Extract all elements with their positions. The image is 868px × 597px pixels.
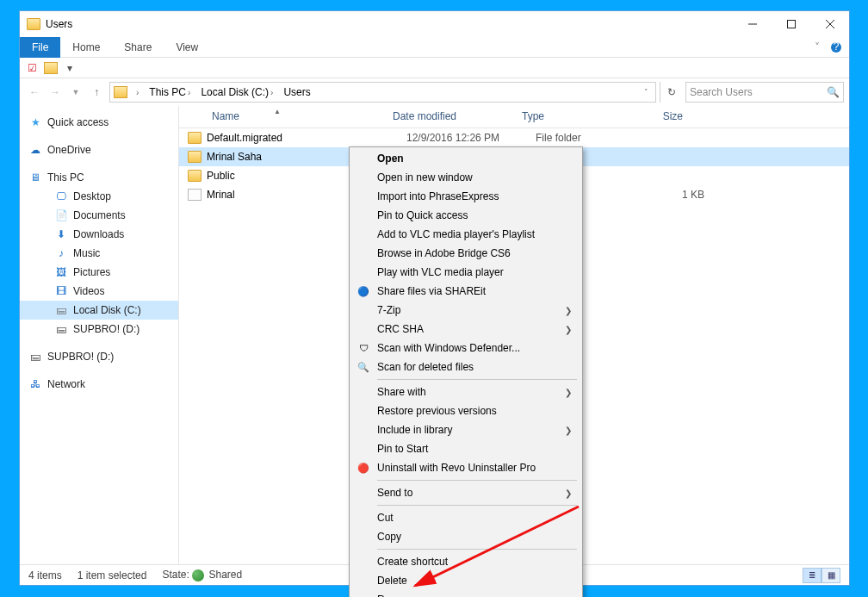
titlebar: Users [20, 11, 849, 37]
tab-view[interactable]: View [164, 37, 210, 58]
tree-music[interactable]: ♪Music [20, 244, 178, 263]
col-type[interactable]: Type [515, 106, 618, 127]
view-large-button[interactable]: ▦ [822, 568, 840, 583]
tree-pictures[interactable]: 🖼Pictures [20, 263, 178, 282]
svg-rect-1 [787, 21, 795, 28]
status-item-count: 4 items [28, 569, 62, 581]
tree-quick-access[interactable]: ★Quick access [20, 113, 178, 132]
scan-icon: 🔍 [356, 360, 370, 374]
context-menu-item[interactable]: Send to❯ [351, 483, 580, 502]
col-date[interactable]: Date modified [386, 106, 515, 127]
revo-icon: 🔴 [356, 461, 370, 475]
context-menu-item[interactable]: 🔍Scan for deleted files [351, 358, 580, 376]
context-menu: OpenOpen in new windowImport into Phrase… [349, 146, 583, 597]
context-menu-item[interactable]: 🛡Scan with Windows Defender... [351, 339, 580, 358]
tree-downloads[interactable]: ⬇Downloads [20, 225, 178, 244]
shareit-icon: 🔵 [356, 284, 370, 298]
tree-network[interactable]: 🖧Network [20, 375, 178, 394]
drive-icon: 🖴 [28, 350, 42, 364]
nav-up-button[interactable]: ↑ [87, 83, 106, 102]
context-menu-label: Scan for deleted files [377, 361, 474, 373]
context-menu-separator [377, 505, 577, 506]
context-menu-item[interactable]: Rename [351, 590, 580, 597]
nav-back-button[interactable]: ← [25, 83, 44, 102]
tree-documents[interactable]: 📄Documents [20, 206, 178, 225]
folder-icon [188, 132, 202, 144]
tree-videos[interactable]: 🎞Videos [20, 282, 178, 301]
tree-supbro-d[interactable]: 🖴SUPBRO! (D:) [20, 320, 178, 339]
tree-extra-drive[interactable]: 🖴SUPBRO! (D:) [20, 347, 178, 366]
help-button[interactable]: ? [827, 38, 846, 57]
nav-history-button[interactable]: ▼ [66, 83, 85, 102]
context-menu-item[interactable]: 🔵Share files via SHAREit [351, 282, 580, 301]
tree-this-pc[interactable]: 🖥This PC [20, 168, 178, 187]
music-icon: ♪ [54, 246, 68, 260]
nav-forward-button[interactable]: → [46, 83, 65, 102]
breadcrumb-segment[interactable]: Users [280, 83, 313, 102]
qat-customize-icon[interactable]: ▾ [63, 61, 77, 75]
folder-icon [114, 86, 127, 98]
context-menu-item[interactable]: CRC SHA❯ [351, 320, 580, 339]
chevron-right-icon: ❯ [565, 388, 572, 397]
file-size [639, 151, 718, 163]
context-menu-separator [377, 480, 577, 481]
close-button[interactable] [810, 11, 849, 37]
tree-desktop[interactable]: 🖵Desktop [20, 187, 178, 206]
context-menu-item[interactable]: Browse in Adobe Bridge CS6 [351, 244, 580, 263]
context-menu-label: Pin to Start [377, 443, 428, 455]
context-menu-item[interactable]: Include in library❯ [351, 420, 580, 439]
context-menu-label: Share with [377, 386, 426, 398]
breadcrumb-segment[interactable]: › [133, 83, 142, 102]
address-dropdown-icon[interactable]: ˅ [636, 83, 655, 102]
drive-icon: 🖴 [54, 322, 68, 336]
sort-asc-icon: ▲ [274, 108, 281, 115]
context-menu-label: Share files via SHAREit [377, 285, 486, 297]
view-details-button[interactable]: ≣ [803, 568, 822, 583]
file-row[interactable]: Default.migrated12/9/2016 12:26 PMFile f… [179, 128, 849, 147]
address-row: ← → ▼ ↑ › This PC› Local Disk (C:)› User… [20, 78, 849, 106]
context-menu-item[interactable]: Pin to Start [351, 439, 580, 458]
context-menu-item[interactable]: Import into PhraseExpress [351, 187, 580, 206]
minimize-button[interactable] [733, 11, 772, 37]
tree-local-disk[interactable]: 🖴Local Disk (C:) [20, 301, 178, 320]
context-menu-item[interactable]: Pin to Quick access [351, 206, 580, 225]
context-menu-item[interactable]: Restore previous versions [351, 401, 580, 420]
search-input[interactable]: Search Users 🔍 [685, 82, 844, 103]
col-name[interactable]: Name▲ [179, 106, 386, 127]
context-menu-item[interactable]: Open in new window [351, 168, 580, 187]
file-tab[interactable]: File [20, 37, 60, 58]
breadcrumb-segment[interactable]: Local Disk (C:)› [197, 83, 276, 102]
context-menu-item[interactable]: Create shortcut [351, 552, 580, 571]
maximize-button[interactable] [772, 11, 810, 37]
context-menu-item[interactable]: Open [351, 149, 580, 168]
context-menu-item[interactable]: Add to VLC media player's Playlist [351, 225, 580, 244]
file-date: 12/9/2016 12:26 PM [406, 132, 536, 144]
context-menu-label: Create shortcut [377, 556, 448, 568]
context-menu-item[interactable]: 7-Zip❯ [351, 301, 580, 320]
context-menu-label: Send to [377, 487, 412, 499]
drive-icon: 🖴 [54, 303, 68, 317]
context-menu-item[interactable]: Copy [351, 527, 580, 546]
context-menu-item[interactable]: Delete [351, 571, 580, 590]
context-menu-item[interactable]: 🔴Uninstall with Revo Uninstaller Pro [351, 458, 580, 477]
refresh-button[interactable]: ↻ [660, 82, 682, 103]
shared-icon [192, 569, 204, 581]
qat-properties-icon[interactable]: ☑ [25, 61, 39, 75]
breadcrumb-segment[interactable]: This PC› [146, 83, 194, 102]
svg-text:?: ? [834, 41, 840, 53]
context-menu-label: Open in new window [377, 171, 473, 183]
chevron-right-icon: › [136, 88, 139, 97]
tab-home[interactable]: Home [60, 37, 112, 58]
pc-icon: 🖥 [28, 171, 42, 184]
context-menu-label: Rename [377, 594, 416, 597]
context-menu-item[interactable]: Cut [351, 508, 580, 527]
ribbon-expand-icon[interactable]: ˅ [808, 38, 827, 57]
address-bar[interactable]: › This PC› Local Disk (C:)› Users ˅ [109, 82, 656, 103]
context-menu-item[interactable]: Play with VLC media player [351, 263, 580, 282]
tree-onedrive[interactable]: ☁OneDrive [20, 140, 178, 159]
tab-share[interactable]: Share [112, 37, 164, 58]
context-menu-item[interactable]: Share with❯ [351, 382, 580, 401]
qat-newfolder-icon[interactable] [44, 62, 58, 74]
file-name: Default.migrated [207, 132, 406, 144]
col-size[interactable]: Size [618, 106, 698, 127]
